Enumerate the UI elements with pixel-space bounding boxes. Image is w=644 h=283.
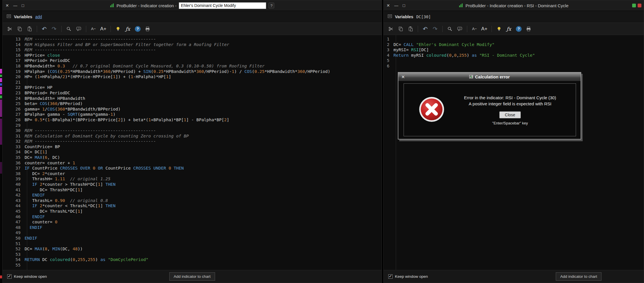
code-lines: 12DC= CALL "Ehler's Dominant Cycle Modif… (384, 36, 644, 69)
code-line[interactable]: 25beta= COS(360/BPPeriod) (3, 101, 382, 106)
code-line[interactable]: 13REM ----------------------------------… (3, 36, 382, 42)
code-line[interactable]: 45 DC= ThrashL*DC[1] (3, 209, 382, 214)
keep-window-open-checkbox[interactable]: ✓ Keep window open (7, 274, 47, 279)
font-increase-icon[interactable]: A+ (99, 25, 108, 33)
redo-icon[interactable]: ↷ (50, 25, 58, 33)
code-line[interactable]: 26gamma= 1/COS(360*BPBandwidth/BPPeriod) (3, 106, 382, 112)
variable-dc30[interactable]: DC[30] (416, 14, 431, 19)
indicator-name-input[interactable] (179, 2, 266, 9)
close-button[interactable]: Close (499, 111, 521, 118)
insert-function-icon[interactable]: ƒx (505, 25, 513, 33)
code-line[interactable]: 49 (3, 230, 382, 236)
code-line[interactable]: 40 IF 2*counter > ThrashH*DC[1] THEN (3, 182, 382, 187)
comment-icon[interactable]: // (455, 25, 464, 33)
minimize-icon[interactable]: — (394, 3, 398, 8)
code-line[interactable]: 39 ThrashH= 1.11 // original 1.25 (3, 176, 382, 182)
font-decrease-icon[interactable]: A− (89, 25, 98, 33)
code-line[interactable]: 38 DC= 2*counter (3, 171, 382, 177)
code-line[interactable]: 27BPalpha= gamma - SQRT(gamma*gamma-1) (3, 112, 382, 117)
code-editor[interactable]: 12DC= CALL "Ehler's Dominant Cycle Modif… (384, 35, 644, 270)
undo-icon[interactable]: ↶ (40, 25, 49, 33)
code-line[interactable]: 6 (384, 63, 644, 69)
font-increase-icon[interactable]: A+ (480, 25, 489, 33)
code-line[interactable]: 23BPPeriod= PeriodDC (3, 90, 382, 96)
code-line[interactable]: 32REM ----------------------------------… (3, 139, 382, 144)
code-line[interactable]: 50ENDIF (3, 236, 382, 241)
code-line[interactable]: 43 ThrashL= 0.90 // original 0.8 (3, 198, 382, 203)
code-line[interactable]: 47 counter= 0 (3, 219, 382, 225)
code-line[interactable]: 18HPBandwidth= 0.3 // 0.7 original Domin… (3, 63, 382, 69)
maximize-icon[interactable]: □ (403, 3, 405, 8)
code-line[interactable]: 42 ENDIF (3, 192, 382, 198)
toolbar-separator (61, 26, 62, 32)
copy-icon[interactable] (15, 25, 24, 33)
close-icon[interactable]: ✕ (5, 3, 9, 8)
paste-icon[interactable] (25, 25, 34, 33)
cut-icon[interactable] (387, 25, 395, 33)
insert-function-icon[interactable]: ƒx (124, 25, 132, 33)
code-line[interactable]: 16HPPrice= close (3, 53, 382, 58)
code-line[interactable]: 19HPalpha= (COS(0.25*HPBandwidth*360/HPP… (3, 69, 382, 74)
hint-bulb-icon[interactable] (114, 25, 122, 33)
line-number: 41 (3, 187, 25, 193)
code-line[interactable]: 5 (384, 58, 644, 63)
code-line[interactable]: 17HPPeriod= PeriodDC (3, 58, 382, 63)
code-line[interactable]: 46 ENDIF (3, 214, 382, 220)
print-icon[interactable] (524, 25, 533, 33)
code-line[interactable]: 37IF CountPrice CROSSES OVER 0 OR CountP… (3, 166, 382, 171)
code-line[interactable]: 44 IF 2*counter < ThrashL*DC[1] THEN (3, 203, 382, 209)
paste-icon[interactable] (406, 25, 415, 33)
font-decrease-icon[interactable]: A− (470, 25, 479, 33)
code-text: REM Highpass Filter and BP or SuperSmoot… (25, 42, 229, 47)
help-icon[interactable]: ? (268, 3, 274, 8)
code-line[interactable]: 31REM Calculation of Dominant Cycle by c… (3, 133, 382, 139)
code-line[interactable]: 21 (3, 80, 382, 85)
hint-bulb-icon[interactable] (495, 25, 503, 33)
code-line[interactable]: 28BP= 0.5*(1-BPalpha)*(BPPrice-BPPrice[2… (3, 117, 382, 123)
code-line[interactable]: 53 (3, 252, 382, 257)
add-variable-link[interactable]: add (35, 14, 42, 19)
variables-bar: Variables DC[30] (384, 11, 644, 23)
maximize-icon[interactable]: □ (22, 3, 24, 8)
code-line[interactable]: 15REM ----------------------------------… (3, 47, 382, 53)
help-icon[interactable]: ? (514, 25, 523, 33)
code-line[interactable]: 35DC= MAX(6, DC) (3, 155, 382, 160)
copy-icon[interactable] (396, 25, 405, 33)
code-line[interactable]: 22BPPrice= HP (3, 85, 382, 90)
code-line[interactable]: 34DC= DC[1] (3, 149, 382, 155)
comment-icon[interactable]: // (74, 25, 83, 33)
search-icon[interactable] (65, 25, 73, 33)
code-line[interactable]: 41 DC= ThrashH*DC[1] (3, 187, 382, 193)
code-line[interactable]: 33CountPrice= BP (3, 144, 382, 150)
dialog-close-icon[interactable]: ✕ (401, 74, 405, 80)
code-line[interactable]: 24BPBandwidth= HPBandwidth (3, 96, 382, 101)
code-line[interactable]: 51 (3, 241, 382, 247)
undo-icon[interactable]: ↶ (421, 25, 430, 33)
code-line[interactable]: 4Return myRSI coloured(0,0,255) as "RSI … (384, 53, 644, 58)
add-indicator-button[interactable]: Add indicator to chart (556, 272, 601, 281)
code-line[interactable]: 3myRSI= RSI[DC] (384, 47, 644, 53)
redo-icon[interactable]: ↷ (431, 25, 439, 33)
print-icon[interactable] (143, 25, 152, 33)
code-editor[interactable]: 13REM ----------------------------------… (3, 35, 382, 270)
add-indicator-button[interactable]: Add indicator to chart (169, 272, 215, 281)
code-line[interactable]: 52DC= MAX(8, MIN(DC, 48)) (3, 246, 382, 252)
close-icon[interactable]: ✕ (387, 3, 390, 8)
code-line[interactable]: 55 (3, 262, 382, 268)
code-line[interactable]: 14REM Highpass Filter and BP or SuperSmo… (3, 42, 382, 47)
titlebar: ✕ — □ ProBuilder - Indicator creation - … (384, 0, 644, 11)
code-line[interactable]: 48 ENDIF (3, 225, 382, 230)
code-line[interactable]: 20HP= (1+HPalpha/2)*(HPPrice-HPPrice[1])… (3, 74, 382, 80)
help-icon[interactable]: ? (133, 25, 142, 33)
keep-window-open-checkbox[interactable]: ✓ Keep window open (388, 274, 428, 279)
minimize-icon[interactable]: — (13, 3, 17, 8)
line-number: 37 (3, 166, 25, 171)
code-line[interactable]: 54RETURN DC coloured(0,255,255) as "DomC… (3, 257, 382, 262)
code-line[interactable]: 29 (3, 123, 382, 128)
code-line[interactable]: 30REM ----------------------------------… (3, 128, 382, 133)
search-icon[interactable] (446, 25, 454, 33)
code-line[interactable]: 2DC= CALL "Ehler's Dominant Cycle Modify… (384, 42, 644, 47)
code-line[interactable]: 1 (384, 36, 644, 42)
cut-icon[interactable] (5, 25, 14, 33)
code-line[interactable]: 36counter= counter + 1 (3, 160, 382, 166)
